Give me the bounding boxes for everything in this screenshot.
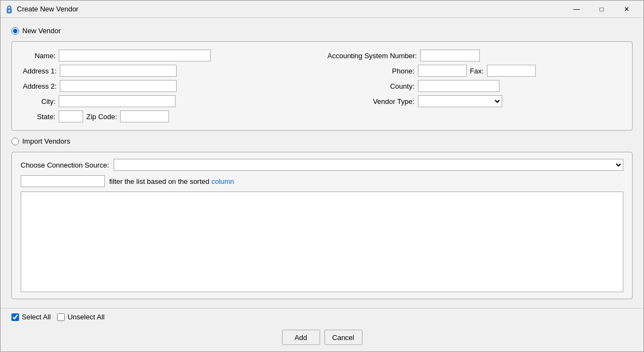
city-input[interactable] [59, 95, 176, 107]
action-buttons: Add Cancel [1, 325, 643, 351]
connection-row: Choose Connection Source: [21, 159, 623, 171]
add-button[interactable]: Add [282, 330, 320, 345]
select-all-option[interactable]: Select All [11, 313, 51, 321]
unselect-all-option[interactable]: Unselect All [57, 313, 104, 321]
title-bar: Create New Vendor — □ ✕ [1, 1, 643, 18]
filter-input[interactable] [21, 175, 105, 187]
filter-text: filter the list based on the sorted colu… [109, 177, 234, 186]
zip-input[interactable] [120, 110, 169, 122]
new-vendor-section: Name: Address 1: Address 2: [11, 41, 633, 131]
svg-point-1 [9, 10, 10, 11]
connection-label: Choose Connection Source: [21, 161, 109, 169]
address1-label: Address 1: [23, 67, 57, 75]
state-zip-row: State: Zip Code: [23, 110, 317, 122]
select-all-label: Select All [22, 313, 51, 321]
window-content: New Vendor Name: Address 1: [1, 18, 643, 308]
import-vendors-label: Import Vendors [22, 137, 70, 145]
import-vendors-radio-option[interactable]: Import Vendors [11, 137, 633, 145]
phone-fax-row: Phone: Fax: [328, 65, 622, 77]
main-window: Create New Vendor — □ ✕ New Vendor Name: [0, 0, 644, 352]
name-label: Name: [23, 52, 55, 60]
address2-input[interactable] [60, 80, 177, 92]
connection-select[interactable] [114, 159, 623, 171]
form-right-column: Accounting System Number: Phone: Fax: Co… [328, 50, 622, 122]
new-vendor-label: New Vendor [22, 27, 61, 35]
window-controls: — □ ✕ [564, 1, 639, 18]
cancel-button[interactable]: Cancel [324, 330, 362, 345]
name-row: Name: [23, 50, 317, 61]
window-icon [5, 5, 14, 14]
import-vendors-radio[interactable] [11, 138, 19, 145]
state-label: State: [23, 113, 55, 121]
state-input[interactable] [59, 110, 83, 122]
county-label: County: [328, 82, 415, 90]
vendor-form-grid: Name: Address 1: Address 2: [23, 50, 621, 122]
address2-row: Address 2: [23, 80, 317, 92]
city-label: City: [23, 97, 55, 106]
address2-label: Address 2: [23, 82, 57, 90]
county-row: County: [328, 80, 622, 92]
city-row: City: [23, 95, 317, 107]
vendor-type-select[interactable] [418, 95, 502, 107]
acct-label: Accounting System Number: [328, 52, 417, 60]
new-vendor-radio[interactable] [11, 27, 19, 35]
vendor-type-label: Vendor Type: [328, 97, 415, 106]
unselect-all-label: Unselect All [67, 313, 104, 321]
vendors-list-box[interactable] [21, 192, 623, 292]
unselect-all-checkbox[interactable] [57, 313, 65, 321]
filter-column-link[interactable]: column [211, 177, 234, 186]
filter-row: filter the list based on the sorted colu… [21, 175, 623, 187]
address1-row: Address 1: [23, 65, 317, 77]
window-title: Create New Vendor [17, 5, 564, 13]
maximize-button[interactable]: □ [589, 1, 614, 18]
fax-label: Fax: [470, 67, 484, 75]
form-left-column: Name: Address 1: Address 2: [23, 50, 317, 122]
minimize-button[interactable]: — [564, 1, 589, 18]
select-all-checkbox[interactable] [11, 313, 19, 321]
bottom-bar: Select All Unselect All [1, 308, 643, 325]
phone-label: Phone: [328, 67, 415, 75]
fax-input[interactable] [487, 65, 536, 77]
county-input[interactable] [418, 80, 499, 92]
zip-label: Zip Code: [86, 113, 117, 121]
phone-input[interactable] [418, 65, 467, 77]
vendor-type-row: Vendor Type: [328, 95, 622, 107]
acct-row: Accounting System Number: [328, 50, 622, 61]
name-input[interactable] [59, 50, 211, 61]
close-button[interactable]: ✕ [614, 1, 639, 18]
acct-input[interactable] [420, 50, 480, 61]
import-vendors-section: Choose Connection Source: filter the lis… [11, 152, 633, 299]
address1-input[interactable] [60, 65, 177, 77]
new-vendor-radio-option[interactable]: New Vendor [11, 27, 633, 35]
